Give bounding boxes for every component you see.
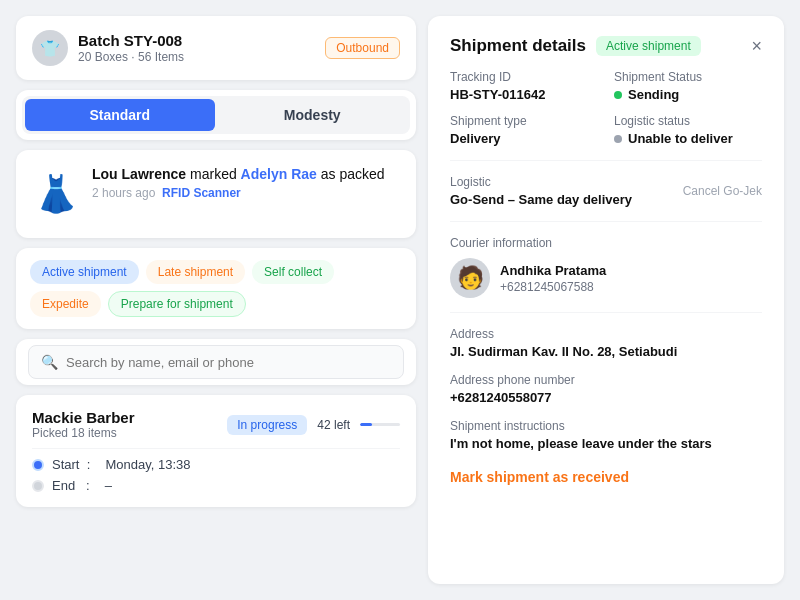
worker-progress-bar [360, 423, 400, 426]
filter-active-shipment[interactable]: Active shipment [30, 260, 139, 284]
instructions-value: I'm not home, please leave under the sta… [450, 436, 762, 451]
tracking-id-value: HB-STY-011642 [450, 87, 598, 102]
shipment-status-row: Sending [614, 87, 762, 102]
logistic-status-item: Logistic status Unable to deliver [614, 114, 762, 146]
divider-3 [450, 312, 762, 313]
filter-prepare-shipment[interactable]: Prepare for shipment [108, 291, 246, 317]
courier-info: Andhika Pratama +6281245067588 [500, 263, 606, 294]
shipment-header: Shipment details Active shipment × [450, 36, 762, 56]
dress-icon: 👗 [32, 164, 80, 224]
close-button[interactable]: × [751, 37, 762, 55]
search-icon: 🔍 [41, 354, 58, 370]
address-phone-section: Address phone number +6281240558077 [450, 373, 762, 405]
toggle-card: Standard Modesty [16, 90, 416, 140]
courier-phone: +6281245067588 [500, 280, 606, 294]
divider-1 [450, 160, 762, 161]
courier-section: Courier information 🧑 Andhika Pratama +6… [450, 236, 762, 298]
mark-received-button[interactable]: Mark shipment as received [450, 465, 762, 489]
tracking-id-item: Tracking ID HB-STY-011642 [450, 70, 598, 102]
courier-label: Courier information [450, 236, 762, 250]
worker-meta: Picked 18 items [32, 426, 135, 440]
shipment-status-label: Shipment Status [614, 70, 762, 84]
filters-card: Active shipment Late shipment Self colle… [16, 248, 416, 329]
shipment-status-value: Sending [628, 87, 679, 102]
start-label: Start : [52, 457, 98, 472]
courier-name: Andhika Pratama [500, 263, 606, 278]
filter-late-shipment[interactable]: Late shipment [146, 260, 245, 284]
filter-tags: Active shipment Late shipment Self colle… [30, 260, 402, 317]
logistic-label: Logistic [450, 175, 632, 189]
worker-name: Mackie Barber [32, 409, 135, 426]
courier-avatar: 🧑 [450, 258, 490, 298]
instructions-label: Shipment instructions [450, 419, 762, 433]
status-dot-gray [614, 135, 622, 143]
shipment-title: Shipment details [450, 36, 586, 56]
end-label: End : [52, 478, 97, 493]
worker-left-count: 42 left [317, 418, 350, 432]
status-dot-green [614, 91, 622, 99]
filter-expedite[interactable]: Expedite [30, 291, 101, 317]
address-phone-value: +6281240558077 [450, 390, 762, 405]
address-section: Address Jl. Sudirman Kav. II No. 28, Set… [450, 327, 762, 359]
activity-time: 2 hours ago [92, 186, 155, 200]
end-dot [32, 480, 44, 492]
activity-meta: 2 hours ago RFID Scanner [92, 186, 400, 200]
worker-status-badge: In progress [227, 415, 307, 435]
start-time-row: Start : Monday, 13:38 [32, 457, 400, 472]
action-text: marked [186, 166, 240, 182]
logistic-status-label: Logistic status [614, 114, 762, 128]
active-shipment-badge: Active shipment [596, 36, 701, 56]
shipment-type-value: Delivery [450, 131, 598, 146]
standard-toggle[interactable]: Standard [25, 99, 215, 131]
progress-fill [360, 423, 372, 426]
logistic-status-value: Unable to deliver [628, 131, 733, 146]
logistic-row: Logistic Go-Send – Same day delivery Can… [450, 175, 762, 207]
toggle-row: Standard Modesty [22, 96, 410, 134]
shipment-type-item: Shipment type Delivery [450, 114, 598, 146]
worker-card: Mackie Barber Picked 18 items In progres… [16, 395, 416, 507]
start-dot [32, 459, 44, 471]
divider [32, 448, 400, 449]
outbound-badge: Outbound [325, 37, 400, 59]
start-value: Monday, 13:38 [106, 457, 191, 472]
actor-name: Lou Lawrence [92, 166, 186, 182]
tracking-id-label: Tracking ID [450, 70, 598, 84]
logistic-status-row: Unable to deliver [614, 131, 762, 146]
filter-self-collect[interactable]: Self collect [252, 260, 334, 284]
activity-text: Lou Lawrence marked Adelyn Rae as packed [92, 166, 400, 182]
shipment-type-label: Shipment type [450, 114, 598, 128]
cancel-gojek-button[interactable]: Cancel Go-Jek [683, 184, 762, 198]
end-time-row: End : – [32, 478, 400, 493]
worker-times: Start : Monday, 13:38 End : – [32, 457, 400, 493]
search-row: 🔍 [28, 345, 404, 379]
activity-card: 👗 Lou Lawrence marked Adelyn Rae as pack… [16, 150, 416, 238]
search-card: 🔍 [16, 339, 416, 385]
shipment-details-panel: Shipment details Active shipment × Track… [428, 16, 784, 584]
batch-card: 👕 Batch STY-008 20 Boxes · 56 Items Outb… [16, 16, 416, 80]
batch-title: Batch STY-008 [78, 32, 184, 49]
instructions-section: Shipment instructions I'm not home, plea… [450, 419, 762, 451]
shipment-grid: Tracking ID HB-STY-011642 Shipment Statu… [450, 70, 762, 146]
batch-subtitle: 20 Boxes · 56 Items [78, 50, 184, 64]
address-phone-label: Address phone number [450, 373, 762, 387]
action-text2: as packed [317, 166, 385, 182]
courier-row: 🧑 Andhika Pratama +6281245067588 [450, 258, 762, 298]
address-value: Jl. Sudirman Kav. II No. 28, Setiabudi [450, 344, 762, 359]
modesty-toggle[interactable]: Modesty [218, 99, 408, 131]
address-label: Address [450, 327, 762, 341]
batch-avatar: 👕 [32, 30, 68, 66]
logistic-value: Go-Send – Same day delivery [450, 192, 632, 207]
search-input[interactable] [66, 355, 391, 370]
rfid-badge[interactable]: RFID Scanner [162, 186, 241, 200]
shipment-status-item: Shipment Status Sending [614, 70, 762, 102]
end-value: – [105, 478, 112, 493]
target-name[interactable]: Adelyn Rae [241, 166, 317, 182]
divider-2 [450, 221, 762, 222]
